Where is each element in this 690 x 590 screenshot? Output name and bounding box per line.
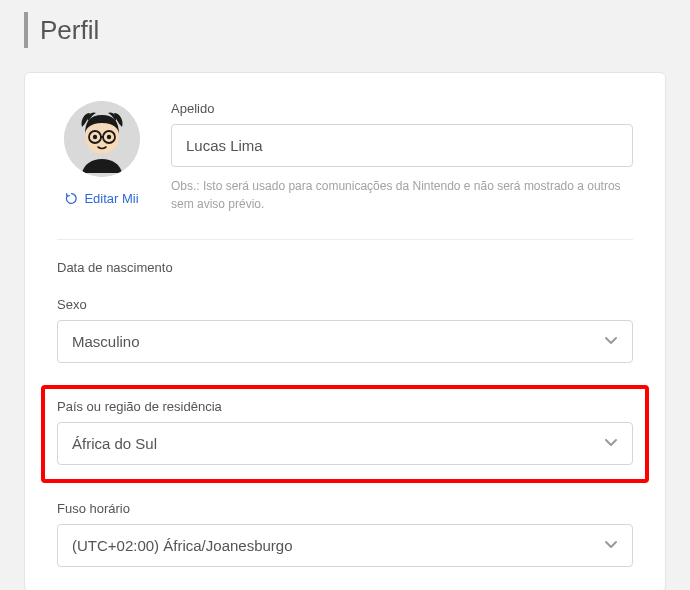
edit-mii-link[interactable]: Editar Mii — [65, 191, 138, 206]
nickname-column: Apelido Obs.: Isto será usado para comun… — [171, 101, 633, 213]
birthdate-section: Data de nascimento — [57, 260, 633, 275]
divider — [57, 239, 633, 240]
timezone-label: Fuso horário — [57, 501, 633, 516]
edit-mii-label: Editar Mii — [84, 191, 138, 206]
profile-top-row: Editar Mii Apelido Obs.: Isto será usado… — [57, 101, 633, 213]
avatar-icon — [64, 101, 140, 177]
country-select-wrap: África do Sul — [57, 422, 633, 465]
country-highlight: País ou região de residência África do S… — [41, 385, 649, 483]
nickname-hint: Obs.: Isto será usado para comunicações … — [171, 177, 633, 213]
nickname-label: Apelido — [171, 101, 633, 116]
page-header: Perfil — [0, 0, 690, 56]
timezone-select[interactable]: (UTC+02:00) África/Joanesburgo — [57, 524, 633, 567]
svg-point-5 — [93, 135, 97, 139]
gender-label: Sexo — [57, 297, 633, 312]
nickname-input[interactable] — [171, 124, 633, 167]
birthdate-label: Data de nascimento — [57, 260, 633, 275]
mii-avatar — [64, 101, 140, 177]
timezone-select-wrap: (UTC+02:00) África/Joanesburgo — [57, 524, 633, 567]
page-title: Perfil — [40, 15, 99, 46]
profile-card: Editar Mii Apelido Obs.: Isto será usado… — [24, 72, 666, 590]
gender-section: Sexo Masculino — [57, 297, 633, 363]
gender-select[interactable]: Masculino — [57, 320, 633, 363]
country-label: País ou região de residência — [57, 399, 633, 414]
country-select[interactable]: África do Sul — [57, 422, 633, 465]
gender-select-wrap: Masculino — [57, 320, 633, 363]
svg-point-6 — [107, 135, 111, 139]
refresh-icon — [65, 192, 78, 205]
avatar-column: Editar Mii — [57, 101, 147, 213]
title-accent-bar — [24, 12, 28, 48]
timezone-section: Fuso horário (UTC+02:00) África/Joanesbu… — [57, 501, 633, 567]
